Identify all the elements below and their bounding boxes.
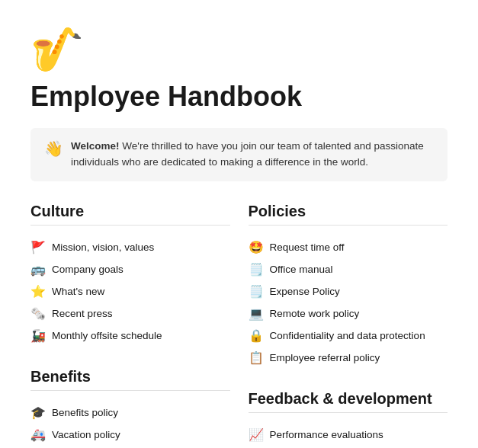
feedback-heading: Feedback & development (249, 390, 448, 413)
item-emoji: 📈 (249, 427, 264, 442)
list-item[interactable]: 🚂Monthly offsite schedule (30, 325, 230, 347)
item-label: Company goals (52, 264, 124, 275)
list-item[interactable]: 🚌Company goals (30, 258, 230, 280)
list-item[interactable]: 🤩Request time off (249, 236, 448, 258)
item-label: Remote work policy (270, 308, 360, 319)
list-item[interactable]: 🚑Vacation policy (30, 424, 230, 446)
item-emoji: ⭐ (30, 284, 46, 299)
left-column: Culture 🚩Mission, vision, values🚌Company… (30, 203, 230, 448)
wave-icon: 👋 (44, 139, 63, 158)
list-item[interactable]: 🗒️Office manual (249, 258, 448, 280)
item-label: Expense Policy (270, 286, 340, 297)
item-emoji: 🗞️ (30, 306, 46, 321)
feedback-list: 📈Performance evaluations🎯Goal setting an… (249, 424, 448, 448)
culture-heading: Culture (30, 203, 230, 226)
item-label: Request time off (270, 242, 345, 253)
list-item[interactable]: 🎓Benefits policy (30, 402, 230, 424)
culture-section: Culture 🚩Mission, vision, values🚌Company… (30, 203, 230, 347)
content-grid: Culture 🚩Mission, vision, values🚌Company… (30, 203, 448, 448)
item-label: What's new (52, 286, 104, 297)
culture-list: 🚩Mission, vision, values🚌Company goals⭐W… (30, 236, 230, 347)
item-emoji: 🎓 (30, 405, 46, 420)
item-emoji: 🔒 (249, 328, 264, 343)
item-emoji: 🚑 (30, 427, 46, 442)
item-emoji: 💻 (249, 306, 264, 321)
policies-heading: Policies (249, 203, 448, 226)
item-emoji: 🤩 (249, 240, 264, 254)
item-emoji: 🚌 (30, 262, 46, 277)
feedback-section: Feedback & development 📈Performance eval… (249, 390, 448, 448)
item-label: Office manual (270, 264, 333, 275)
welcome-bold: Welcome! (71, 140, 120, 152)
benefits-section: Benefits 🎓Benefits policy🚑Vacation polic… (30, 368, 230, 448)
welcome-text: Welcome! We're thrilled to have you join… (71, 139, 434, 171)
list-item[interactable]: 💻Remote work policy (249, 302, 448, 325)
item-emoji: 🚩 (30, 240, 46, 254)
welcome-body: We're thrilled to have you join our team… (71, 140, 424, 168)
list-item[interactable]: 🔒Confidentiality and data protection (249, 325, 448, 347)
policies-list: 🤩Request time off🗒️Office manual🗒️Expens… (249, 236, 448, 369)
list-item[interactable]: 🗞️Recent press (30, 302, 230, 325)
list-item[interactable]: ⭐What's new (30, 280, 230, 302)
item-label: Benefits policy (52, 407, 118, 418)
item-emoji: 🗒️ (249, 262, 264, 277)
list-item[interactable]: 🚩Mission, vision, values (30, 236, 230, 258)
welcome-banner: 👋 Welcome! We're thrilled to have you jo… (30, 128, 448, 181)
item-label: Mission, vision, values (52, 242, 154, 253)
item-label: Recent press (52, 308, 113, 319)
benefits-list: 🎓Benefits policy🚑Vacation policy💸Expense… (30, 402, 230, 448)
item-label: Performance evaluations (270, 429, 383, 440)
page-logo: 🎷 (30, 24, 448, 75)
list-item[interactable]: 📈Performance evaluations (249, 424, 448, 446)
right-column: Policies 🤩Request time off🗒️Office manua… (249, 203, 448, 448)
item-label: Employee referral policy (270, 352, 380, 363)
list-item[interactable]: 📋Employee referral policy (249, 347, 448, 369)
item-emoji: 🚂 (30, 328, 46, 343)
list-item[interactable]: 🗒️Expense Policy (249, 280, 448, 302)
item-label: Vacation policy (52, 429, 120, 440)
page-title: Employee Handbook (30, 81, 448, 113)
item-emoji: 📋 (249, 350, 264, 365)
benefits-heading: Benefits (30, 368, 230, 391)
item-label: Confidentiality and data protection (270, 330, 425, 341)
item-emoji: 🗒️ (249, 284, 264, 299)
policies-section: Policies 🤩Request time off🗒️Office manua… (249, 203, 448, 369)
item-label: Monthly offsite schedule (52, 330, 162, 341)
